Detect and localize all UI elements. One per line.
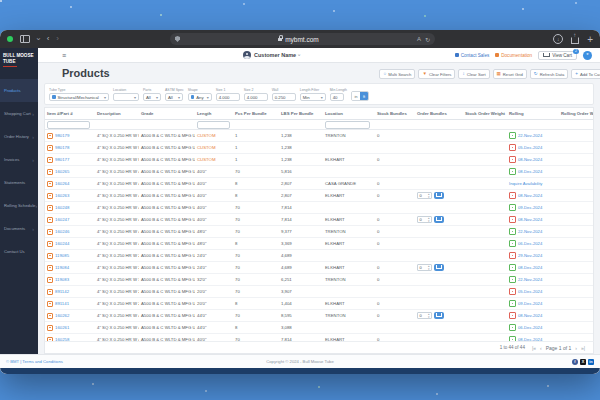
table-row[interactable]: 1602464" SQ X 0.250 HR W 48'A500 B & C W…	[45, 226, 593, 238]
unit-toggle[interactable]: inft	[351, 91, 369, 101]
item-number-link[interactable]: 980177	[55, 157, 69, 162]
sidebar-item-invoices[interactable]: Invoices›	[0, 148, 38, 171]
table-row[interactable]: 1190854" SQ X 0.250 HR W 24'A500 B & C W…	[45, 250, 593, 262]
sidebar-item-contact-us[interactable]: Contact Us	[0, 240, 38, 263]
table-row[interactable]: 1602624" SQ X 0.250 HR W 44'A500 B & C W…	[45, 310, 593, 322]
cart-add-icon[interactable]	[47, 193, 53, 199]
linkedin-icon[interactable]: in	[588, 359, 594, 365]
share-icon[interactable]	[571, 37, 579, 44]
column-header-4[interactable]: Pcs Per Bundle	[233, 108, 279, 119]
stepper-arrows-icon[interactable]: ▴▾	[428, 193, 430, 198]
stepper-arrows-icon[interactable]: ▴▾	[428, 217, 430, 222]
rolling-cart-icon[interactable]	[509, 312, 516, 319]
column-header-11[interactable]: Rolling Order Weight	[559, 108, 593, 119]
filter-select[interactable]: All▾	[143, 93, 161, 101]
rolling-cart-icon[interactable]	[509, 228, 516, 235]
first-page-icon[interactable]: |«	[532, 345, 536, 351]
cart-add-icon[interactable]	[47, 253, 53, 259]
cart-add-icon[interactable]	[47, 289, 53, 295]
table-row[interactable]: 1602484" SQ X 0.250 HR W 40'A500 B & C W…	[45, 202, 593, 214]
unit-ft-segment[interactable]: ft	[360, 92, 368, 100]
stepper-arrows-icon[interactable]: ▴▾	[428, 313, 430, 318]
contact-sales-link[interactable]: Contact Sales	[455, 53, 490, 58]
new-tab-icon[interactable]: +	[587, 34, 593, 45]
rolling-cart-icon[interactable]	[509, 240, 516, 247]
x-icon[interactable]: X	[580, 359, 586, 365]
translate-icon[interactable]: A	[417, 36, 421, 42]
table-row[interactable]: 1190834" SQ X 0.250 HR W 32'A500 B & C W…	[45, 274, 593, 286]
next-page-icon[interactable]: ›	[575, 345, 577, 351]
column-header-7[interactable]: Stock Bundles	[375, 108, 415, 119]
reload-icon[interactable]: ↻	[425, 36, 430, 43]
clear-filters-button[interactable]: ▼Clear Filters	[418, 69, 455, 79]
cart-add-icon[interactable]	[47, 325, 53, 331]
customer-selector[interactable]: Customer Name ›	[243, 51, 301, 59]
downloads-icon[interactable]: ↓	[553, 34, 563, 44]
prev-page-icon[interactable]: ‹	[540, 345, 542, 351]
clear-sort-button[interactable]: ↕Clear Sort	[458, 69, 489, 79]
rolling-cart-icon[interactable]	[509, 288, 516, 295]
filter-input[interactable]: 0.250	[272, 93, 296, 101]
cart-add-icon[interactable]	[47, 205, 53, 211]
table-row[interactable]: 1602614" SQ X 0.250 HR W 44'A500 B & C W…	[45, 322, 593, 334]
filter-input[interactable]: 40	[330, 93, 344, 101]
table-row[interactable]: 9801784" SQ X 0.250 HR W 88"A500 B & C W…	[45, 142, 593, 154]
cart-add-icon[interactable]	[47, 169, 53, 175]
cart-add-icon[interactable]	[47, 181, 53, 187]
rolling-cart-icon[interactable]	[509, 156, 516, 163]
cart-add-icon[interactable]	[47, 157, 53, 163]
documentation-link[interactable]: Documentation	[495, 53, 532, 58]
rolling-cart-icon[interactable]	[509, 132, 516, 139]
cart-add-icon[interactable]	[47, 301, 53, 307]
item-number-link[interactable]: 160244	[55, 241, 69, 246]
column-filter-input[interactable]	[197, 121, 230, 129]
table-row[interactable]: 1602444" SQ X 0.250 HR W 48'A500 B & C W…	[45, 238, 593, 250]
add-to-cart-button[interactable]	[434, 192, 444, 199]
sidebar-item-shopping-cart[interactable]: Shopping Cart›	[0, 102, 38, 125]
filter-select[interactable]: ▾	[113, 93, 139, 101]
cart-add-icon[interactable]	[47, 265, 53, 271]
table-row[interactable]: 1190844" SQ X 0.250 HR W 24'A500 B & C W…	[45, 262, 593, 274]
filter-select[interactable]: Min▾	[300, 93, 326, 101]
order-quantity-stepper[interactable]: 0▴▾	[417, 216, 432, 223]
rolling-cart-icon[interactable]	[509, 144, 516, 151]
item-number-link[interactable]: 160264	[55, 181, 69, 186]
item-number-link[interactable]: 119084	[55, 265, 69, 270]
column-header-3[interactable]: Length	[195, 108, 233, 119]
column-header-2[interactable]: Grade	[139, 108, 195, 119]
inquire-availability-link[interactable]: Inquire Availability	[509, 181, 542, 186]
facebook-icon[interactable]: f	[572, 359, 578, 365]
order-quantity-stepper[interactable]: 0▴▾	[417, 192, 432, 199]
table-row[interactable]: 9801774" SQ X 0.250 HR W 88"A500 B & C W…	[45, 154, 593, 166]
column-header-9[interactable]: Stock Order Weight	[463, 108, 507, 119]
filter-select[interactable]: Structural/Mechanical▾	[49, 93, 109, 101]
column-header-5[interactable]: LBS Per Bundle	[279, 108, 323, 119]
cart-add-icon[interactable]	[47, 229, 53, 235]
item-number-link[interactable]: 119083	[55, 277, 69, 282]
item-number-link[interactable]: 160246	[55, 229, 69, 234]
item-number-link[interactable]: 891142	[55, 289, 69, 294]
column-header-8[interactable]: Order Bundles	[415, 108, 463, 119]
filter-select[interactable]: Any▾	[188, 93, 212, 101]
rolling-cart-icon[interactable]	[509, 252, 516, 259]
sidebar-item-documents[interactable]: Documents›	[0, 217, 38, 240]
forward-icon[interactable]: ›	[56, 35, 59, 43]
filter-select[interactable]: All▾	[165, 93, 183, 101]
sidebar-item-statements[interactable]: Statements	[0, 171, 38, 194]
table-row[interactable]: 1602634" SQ X 0.250 HR W 40'A500 B & C W…	[45, 190, 593, 202]
column-header-6[interactable]: Location	[323, 108, 375, 119]
hamburger-menu-icon[interactable]: ≡	[62, 52, 66, 59]
column-header-10[interactable]: Rolling	[507, 108, 559, 119]
back-icon[interactable]: ‹	[47, 35, 50, 43]
column-header-1[interactable]: Description	[95, 108, 139, 119]
window-traffic-light-green[interactable]	[7, 36, 13, 42]
rolling-cart-icon[interactable]	[509, 168, 516, 175]
refresh-data-button[interactable]: ↻Refresh Data	[530, 69, 568, 79]
rolling-cart-icon[interactable]	[509, 204, 516, 211]
table-row[interactable]: 1602584" SQ X 0.250 HR W 40'A500 B & C W…	[45, 334, 593, 341]
item-number-link[interactable]: 119085	[55, 253, 69, 258]
cart-add-icon[interactable]	[47, 241, 53, 247]
multi-search-button[interactable]: ○Multi Search	[379, 69, 415, 79]
cart-add-icon[interactable]	[47, 313, 53, 319]
cart-add-icon[interactable]	[47, 133, 53, 139]
